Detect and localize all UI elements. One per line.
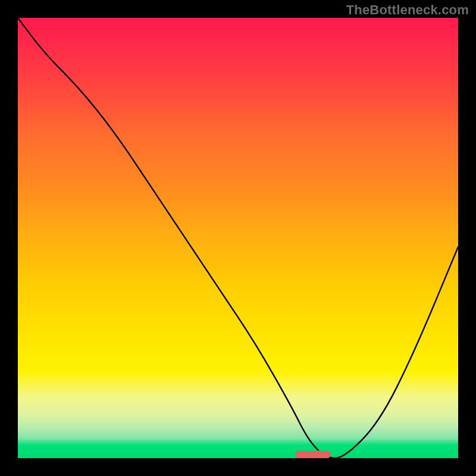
curve-layer (18, 18, 458, 458)
optimum-marker (295, 450, 330, 458)
plot-area (18, 18, 458, 458)
bottleneck-curve (18, 18, 458, 458)
chart-frame: TheBottleneck.com (0, 0, 476, 476)
watermark-text: TheBottleneck.com (346, 2, 469, 18)
